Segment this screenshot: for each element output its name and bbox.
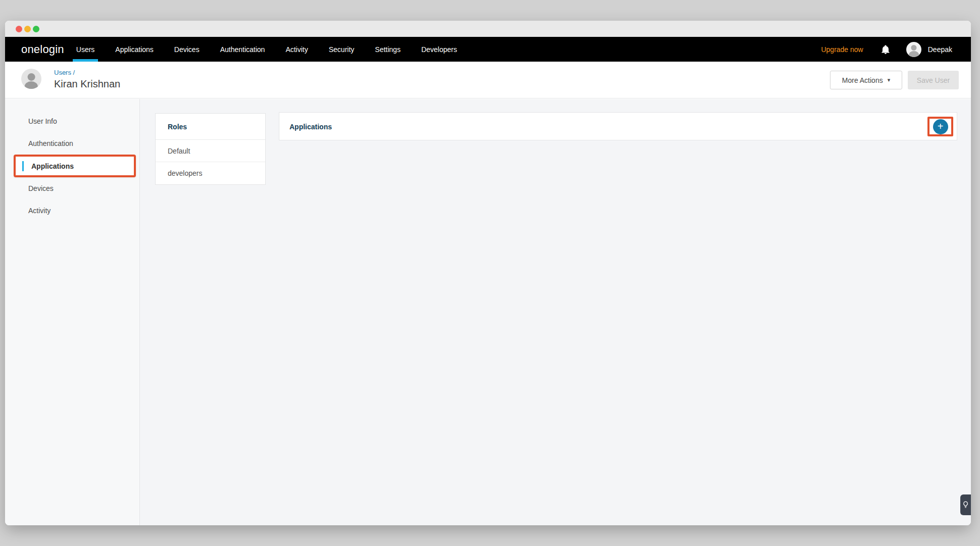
nav-item-devices[interactable]: Devices	[174, 37, 200, 62]
active-accent-bar	[22, 161, 24, 171]
role-row-default[interactable]: Default	[156, 140, 265, 162]
sidebar-item-authentication[interactable]: Authentication	[5, 132, 139, 155]
page-header: Users / Kiran Krishnan More Actions ▾ Sa…	[5, 62, 971, 98]
more-actions-button[interactable]: More Actions ▾	[830, 71, 902, 89]
navbar-right: Upgrade now Deepak	[821, 42, 952, 57]
sidebar-item-user-info[interactable]: User Info	[5, 110, 139, 132]
sidebar-item-applications[interactable]: Applications	[14, 155, 136, 177]
account-name[interactable]: Deepak	[928, 45, 952, 54]
plus-icon: +	[938, 120, 944, 133]
close-button[interactable]	[16, 26, 22, 32]
person-icon	[906, 42, 921, 57]
window-titlebar	[5, 21, 971, 37]
sidebar-item-label: Applications	[31, 162, 74, 170]
account-avatar[interactable]	[906, 42, 921, 57]
caret-down-icon: ▾	[888, 77, 891, 83]
user-sidebar: User Info Authentication Applications De…	[5, 99, 140, 525]
nav-menu: Users Applications Devices Authenticatio…	[76, 37, 457, 62]
save-user-button[interactable]: Save User	[908, 71, 959, 89]
nav-item-applications[interactable]: Applications	[115, 37, 154, 62]
more-actions-label: More Actions	[842, 76, 883, 84]
nav-item-settings[interactable]: Settings	[375, 37, 401, 62]
annotation-highlight-box: +	[927, 117, 953, 136]
top-navbar: onelogin Users Applications Devices Auth…	[5, 37, 971, 62]
applications-panel: Applications +	[279, 112, 957, 140]
help-tips-button[interactable]	[960, 494, 971, 515]
role-row-developers[interactable]: developers	[156, 162, 265, 184]
breadcrumb[interactable]: Users /	[54, 69, 75, 76]
zoom-button[interactable]	[33, 26, 39, 32]
page-title: Kiran Krishnan	[54, 78, 120, 90]
app-window: onelogin Users Applications Devices Auth…	[5, 21, 971, 525]
sidebar-item-activity[interactable]: Activity	[5, 200, 139, 222]
minimize-button[interactable]	[24, 26, 31, 32]
person-icon	[21, 69, 41, 89]
main-content: Roles Default developers Applications +	[140, 99, 971, 525]
nav-item-authentication[interactable]: Authentication	[220, 37, 265, 62]
nav-item-users[interactable]: Users	[76, 37, 95, 62]
nav-item-security[interactable]: Security	[329, 37, 355, 62]
page-body: User Info Authentication Applications De…	[5, 99, 971, 525]
roles-panel: Roles Default developers	[155, 113, 266, 185]
onelogin-logo[interactable]: onelogin	[21, 43, 64, 56]
applications-panel-title: Applications	[289, 113, 332, 141]
user-avatar	[21, 69, 41, 89]
nav-item-activity[interactable]: Activity	[285, 37, 308, 62]
nav-item-developers[interactable]: Developers	[421, 37, 457, 62]
bell-icon[interactable]	[881, 45, 890, 54]
sidebar-item-devices[interactable]: Devices	[5, 177, 139, 200]
add-application-button[interactable]: +	[933, 119, 948, 134]
upgrade-now-link[interactable]: Upgrade now	[821, 45, 863, 54]
roles-panel-title: Roles	[156, 114, 265, 140]
lightbulb-icon	[963, 501, 968, 509]
